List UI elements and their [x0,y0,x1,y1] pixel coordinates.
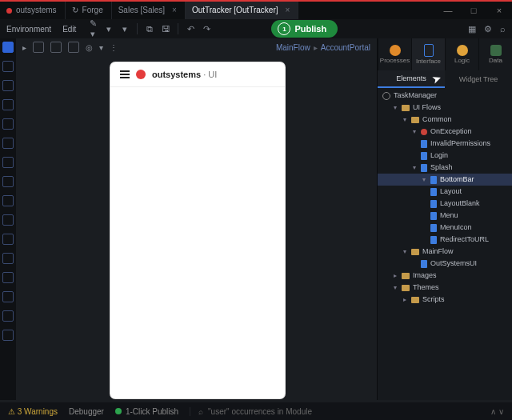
save-icon[interactable]: 🖫 [160,24,171,34]
breadcrumb[interactable]: MainFlow▸AccountPortal [276,43,370,52]
tab-outtracker[interactable]: OutTracker [OutTracker]× [186,2,298,19]
search-icon[interactable]: ⌕ [500,24,506,34]
tab-sales[interactable]: Sales [Sales]× [112,2,186,19]
rail-item[interactable] [2,138,14,149]
device-bar: ▸ ◎ ▾ ⋮ MainFlow▸AccountPortal [16,38,377,56]
copy-icon[interactable]: ⧉ [144,24,155,34]
tree-item[interactable]: ▾UI Flows [378,102,512,114]
tree-item[interactable]: ▾MainFlow [378,246,512,258]
grid-icon[interactable]: ▦ [468,24,476,34]
publish-status[interactable]: 1-Click Publish [115,407,178,416]
rail-item[interactable] [2,61,14,72]
settings-icon[interactable]: ⚙ [484,24,492,34]
maximize-button[interactable]: □ [461,6,486,15]
rail-item[interactable] [2,80,14,91]
tree-item[interactable]: TaskManager [378,90,512,102]
left-rail [0,38,16,400]
rail-item[interactable] [2,330,14,341]
tree-item[interactable]: InvalidPermissions [378,138,512,150]
search-bar[interactable]: ⌕ "user" occurrences in Module [190,407,312,416]
tree-item-selected[interactable]: ▾BottomBar [378,174,512,186]
tab-forge[interactable]: ↻Forge [66,2,112,19]
data-icon [490,45,502,56]
nav-arrows[interactable]: ∧ ∨ [490,407,504,416]
tree-item[interactable]: RedirectToURL [378,234,512,246]
toolbar-dropdown[interactable]: ▾ [103,24,114,34]
tree-item[interactable]: Login [378,150,512,162]
menu-icon[interactable] [120,70,130,78]
tree-item[interactable]: ▾OnException [378,126,512,138]
processes-icon [390,45,401,56]
device-desktop-icon[interactable] [68,42,79,53]
rail-item[interactable] [2,176,14,187]
cat-data[interactable]: Data [478,38,512,70]
menu-environment[interactable]: Environment [6,25,51,34]
tree-item[interactable]: ▾Common [378,114,512,126]
rail-item[interactable] [2,214,14,226]
back-icon[interactable]: ▸ [22,43,26,52]
rail-item[interactable] [2,310,14,322]
rail-item[interactable] [2,253,14,264]
cat-logic[interactable]: Logic [445,38,478,70]
tree-item[interactable]: OutSystemsUI [378,258,512,270]
publish-button[interactable]: 1 Publish [271,20,338,38]
tree-item[interactable]: ▸Images [378,270,512,282]
undo-icon[interactable]: ↶ [185,24,196,34]
device-phone-icon[interactable] [33,42,44,53]
status-bar: ⚠ 3 Warnings Debugger 1-Click Publish ⌕ … [0,402,512,420]
menu-bar: Environment Edit ✎ ▾ ▾ ▾ ⧉ 🖫 ↶ ↷ 1 Publi… [0,19,512,38]
dot-icon [6,8,12,14]
cat-processes[interactable]: Processes [378,38,411,70]
logic-icon [457,45,468,56]
minimize-button[interactable]: — [435,6,461,15]
tree-item[interactable]: LayoutBlank [378,198,512,210]
menu-edit[interactable]: Edit [62,25,76,34]
debugger-label[interactable]: Debugger [69,407,104,416]
logo-icon [136,70,146,79]
redo-icon[interactable]: ↷ [201,24,212,34]
rail-item[interactable] [2,234,14,245]
rail-item[interactable] [2,42,14,53]
main-canvas: ▸ ◎ ▾ ⋮ MainFlow▸AccountPortal outsystem… [16,38,377,400]
rail-item[interactable] [2,291,14,302]
one-icon: 1 [278,22,290,35]
tree-item[interactable]: ▸Scripts [378,294,512,306]
tree-item[interactable]: ▾Splash [378,162,512,174]
right-panel: Processes Interface Logic Data Elements … [377,38,512,400]
phone-preview[interactable]: outsystems · UI [110,62,285,398]
interface-icon [424,44,434,57]
warnings-label[interactable]: ⚠ 3 Warnings [8,407,58,416]
rail-item[interactable] [2,272,14,283]
tree-item[interactable]: ▾Themes [378,282,512,294]
rail-item[interactable] [2,195,14,206]
target-icon[interactable]: ◎ [86,43,93,52]
preview-title: outsystems · UI [152,70,217,79]
rail-item[interactable] [2,99,14,110]
rail-item[interactable] [2,118,14,130]
tree-item[interactable]: Menu [378,210,512,222]
close-icon[interactable]: × [172,2,177,19]
close-button[interactable]: × [486,6,512,15]
tab-outsystems[interactable]: outsystems [0,2,66,19]
close-icon[interactable]: × [286,2,290,19]
device-tablet-icon[interactable] [50,42,62,53]
elements-tree: TaskManager ▾UI Flows ▾Common ▾OnExcepti… [378,88,512,400]
title-bar: outsystems ↻Forge Sales [Sales]× OutTrac… [0,0,512,19]
toolbar-dropdown[interactable]: ▾ [119,24,130,34]
tab-widget-tree[interactable]: Widget Tree [445,70,512,88]
tab-elements[interactable]: Elements [378,70,445,88]
toolbar-dropdown[interactable]: ✎ ▾ [87,18,98,39]
tree-item[interactable]: Layout [378,186,512,198]
rail-item[interactable] [2,157,14,168]
tree-item[interactable]: MenuIcon [378,222,512,234]
cat-interface[interactable]: Interface [411,38,445,70]
